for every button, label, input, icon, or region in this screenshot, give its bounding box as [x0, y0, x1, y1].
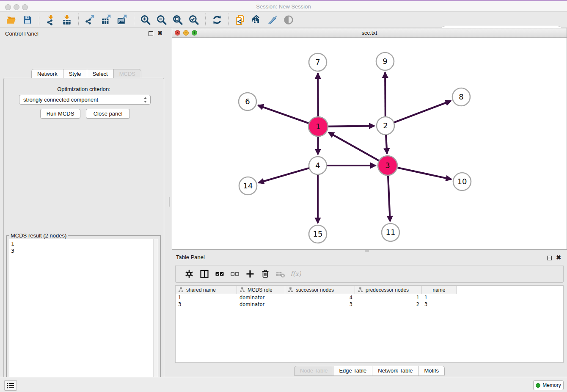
graph-node-10[interactable]: 10	[453, 173, 471, 190]
run-mcds-button[interactable]: Run MCDS	[40, 109, 80, 119]
network-canvas[interactable]: 7968124314101511	[172, 38, 567, 249]
svg-text:1: 1	[316, 122, 320, 131]
table-cell[interactable]: 3	[285, 301, 355, 308]
main-toolbar	[0, 12, 567, 28]
svg-text:4: 4	[315, 161, 320, 170]
criterion-dropdown[interactable]: strongly connected component	[19, 95, 151, 105]
zoom-in-icon[interactable]	[138, 13, 154, 27]
graph-node-9[interactable]: 9	[376, 52, 394, 70]
table-cell[interactable]: 3	[176, 301, 237, 308]
graph-node-8[interactable]: 8	[452, 88, 470, 106]
status-bar: Memory	[0, 377, 567, 392]
edge-2-8[interactable]	[385, 101, 451, 126]
table-cell[interactable]: 3	[422, 301, 457, 308]
column-header-shared-name[interactable]: shared name	[176, 286, 237, 294]
graph-node-7[interactable]: 7	[309, 53, 327, 71]
select-all-icon[interactable]	[212, 267, 227, 281]
window-title: Session: New Session	[0, 3, 567, 10]
table-cell[interactable]: 1	[422, 294, 457, 301]
svg-text:8: 8	[459, 92, 463, 101]
apply-function-icon[interactable]: f(x)	[288, 267, 303, 281]
toolbar-separator	[39, 14, 39, 26]
import-network-icon[interactable]	[43, 13, 59, 27]
table-settings-icon[interactable]	[182, 267, 197, 281]
table-cell[interactable]: 1	[355, 294, 422, 301]
task-history-button[interactable]	[4, 380, 17, 391]
duplicate-network-icon[interactable]	[232, 13, 248, 27]
toolbar-separator	[228, 14, 229, 26]
toolbar-separator	[205, 14, 206, 26]
save-session-icon[interactable]	[19, 13, 36, 27]
svg-text:7: 7	[315, 58, 320, 66]
table-row[interactable]: 3dominator323	[176, 301, 563, 308]
table-cell[interactable]: dominator	[237, 294, 285, 301]
graph-node-15[interactable]: 15	[309, 225, 327, 243]
vertical-splitter[interactable]	[168, 28, 172, 377]
zoom-selected-icon[interactable]	[186, 13, 202, 27]
import-table-icon[interactable]	[59, 13, 75, 27]
toolbar-separator	[78, 14, 79, 26]
graph-node-1[interactable]: 1	[308, 117, 328, 136]
graph-node-3[interactable]: 3	[378, 156, 397, 175]
column-header-MCDS-role[interactable]: MCDS role	[237, 286, 285, 294]
criterion-value: strongly connected component	[23, 97, 98, 103]
svg-text:9: 9	[383, 57, 387, 66]
network-view-window: × − + scc.txt 7968124314101511	[172, 28, 567, 250]
refresh-layout-icon[interactable]	[209, 13, 225, 27]
show-columns-icon[interactable]	[197, 267, 212, 281]
toggle-graphics-details-icon[interactable]	[281, 13, 297, 27]
column-header-successor-nodes[interactable]: successor nodes	[285, 286, 355, 294]
list-icon	[7, 382, 14, 389]
column-header-name[interactable]: name	[422, 286, 457, 294]
table-cell[interactable]: 2	[355, 301, 422, 308]
delete-table-icon[interactable]	[273, 267, 288, 281]
table-toolbar: f(x)	[175, 265, 564, 283]
export-table-icon[interactable]	[98, 13, 114, 27]
graph-node-2[interactable]: 2	[377, 117, 394, 135]
mcds-result-text[interactable]: 1 3	[9, 239, 158, 392]
graph-node-14[interactable]: 14	[239, 177, 257, 195]
graph-node-6[interactable]: 6	[239, 93, 256, 110]
table-cell[interactable]: 1	[176, 294, 237, 301]
tab-motifs[interactable]: Motifs	[418, 366, 445, 376]
memory-button[interactable]: Memory	[533, 380, 564, 390]
table-panel-title: Table Panel	[176, 254, 205, 260]
toggle-style-icon[interactable]	[264, 13, 281, 27]
mcds-result-title: MCDS result (2 nodes)	[9, 232, 68, 239]
export-image-icon[interactable]	[114, 13, 130, 27]
table-body: 1dominator4113dominator323	[176, 294, 563, 308]
svg-text:10: 10	[457, 177, 467, 186]
node-table: shared nameMCDS rolesuccessor nodesprede…	[175, 285, 564, 363]
open-session-icon[interactable]	[3, 13, 19, 27]
delete-column-icon[interactable]	[258, 267, 273, 281]
table-row[interactable]: 1dominator411	[176, 294, 563, 301]
svg-text:14: 14	[243, 181, 253, 190]
float-panel-icon[interactable]	[149, 31, 153, 36]
column-header-predecessor-nodes[interactable]: predecessor nodes	[355, 286, 422, 294]
close-panel-icon[interactable]: ✖	[556, 254, 561, 260]
graph-node-4[interactable]: 4	[309, 157, 327, 174]
export-network-icon[interactable]	[82, 13, 98, 27]
close-panel-icon[interactable]: ✖	[157, 30, 162, 36]
scrollbar[interactable]	[153, 239, 158, 392]
float-panel-icon[interactable]	[547, 256, 552, 260]
tab-edge-table[interactable]: Edge Table	[333, 366, 372, 376]
tab-node-table[interactable]: Node Table	[294, 366, 334, 376]
optimization-criterion-label: Optimization criterion:	[4, 86, 164, 92]
dropdown-spinner-icon	[143, 97, 147, 103]
close-panel-button[interactable]: Close panel	[86, 109, 130, 119]
mcds-result-box: MCDS result (2 nodes) 1 3	[6, 235, 161, 392]
zoom-fit-icon[interactable]	[170, 13, 186, 27]
table-panel-tabs: Node TableEdge TableNetwork TableMotifs	[172, 366, 567, 376]
network-window-titlebar[interactable]: × − + scc.txt	[172, 28, 567, 38]
zoom-out-icon[interactable]	[154, 13, 170, 27]
table-cell[interactable]: 4	[285, 294, 355, 301]
add-column-icon[interactable]	[242, 267, 258, 281]
deselect-all-icon[interactable]	[227, 267, 242, 281]
tab-network-table[interactable]: Network Table	[372, 366, 418, 376]
home-view-icon[interactable]	[248, 13, 264, 27]
graph-node-11[interactable]: 11	[382, 224, 399, 241]
svg-text:6: 6	[245, 97, 250, 106]
table-cell[interactable]: dominator	[237, 301, 285, 308]
toolbar-separator	[134, 14, 134, 26]
